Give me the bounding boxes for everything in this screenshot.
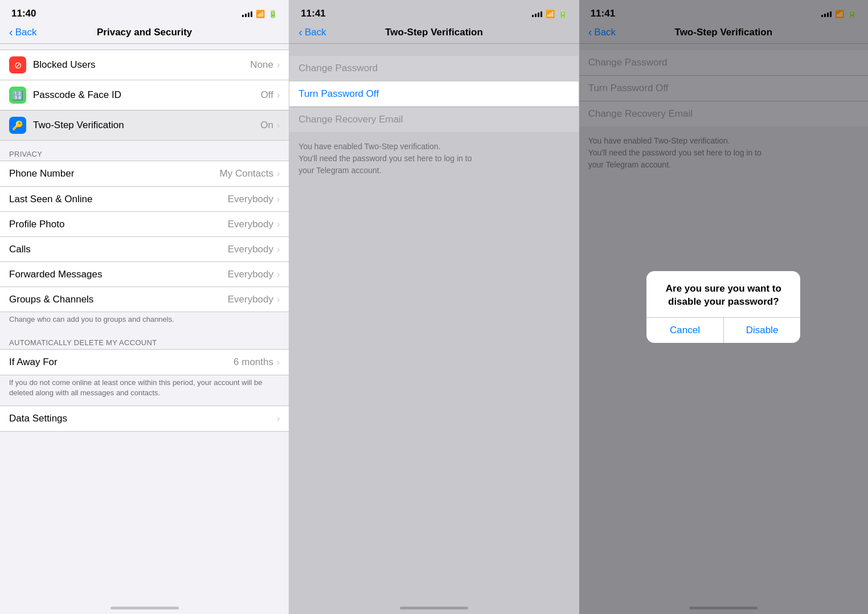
nav-title-1: Privacy and Security: [49, 27, 240, 38]
action-change-email-1[interactable]: Change Recovery Email: [289, 107, 578, 132]
profile-photo-value: Everybody: [228, 219, 273, 230]
list-item-two-step[interactable]: 🔑 Two-Step Verification On ›: [0, 110, 289, 140]
actions-list-group-1: Change Password Turn Password Off Change…: [289, 55, 578, 133]
security-list-group: ⊘ Blocked Users None › 🔢 Passcode & Face…: [0, 50, 289, 141]
wifi-icon-1: 📶: [256, 10, 265, 18]
auto-delete-header: AUTOMATICALLY DELETE MY ACCOUNT: [0, 335, 289, 349]
phone-number-chevron: ›: [277, 169, 280, 179]
last-seen-value: Everybody: [228, 194, 273, 205]
if-away-chevron: ›: [277, 357, 280, 367]
blocked-users-value: None: [250, 59, 273, 71]
list-item-profile-photo[interactable]: Profile Photo Everybody ›: [0, 211, 289, 236]
status-time-1: 11:40: [11, 8, 36, 19]
groups-channels-value: Everybody: [228, 294, 273, 305]
passcode-chevron: ›: [277, 90, 280, 100]
dialog-overlay: Are you sure you want to disable your pa…: [579, 0, 868, 614]
list-item-forwarded[interactable]: Forwarded Messages Everybody ›: [0, 261, 289, 286]
nav-bar-2: ‹ Back Two-Step Verification: [289, 24, 578, 44]
privacy-list-group: Phone Number My Contacts › Last Seen & O…: [0, 161, 289, 312]
two-step-icon: 🔑: [9, 117, 26, 134]
panel-two-step-1: 11:41 📶 🔋 ‹ Back Two-Step Verification C…: [289, 0, 578, 614]
blocked-users-label: Blocked Users: [33, 59, 250, 71]
description-text-1: You have enabled Two-Step verification.Y…: [298, 142, 472, 175]
passcode-label: Passcode & Face ID: [33, 89, 261, 101]
panel-two-step-2: 11:41 📶 🔋 ‹ Back Two-Step Verification C…: [579, 0, 868, 614]
list-item-groups-channels[interactable]: Groups & Channels Everybody ›: [0, 286, 289, 312]
list-item-data-settings[interactable]: Data Settings ›: [0, 406, 289, 431]
back-button-2[interactable]: ‹ Back: [298, 26, 338, 39]
back-label-1: Back: [15, 27, 37, 38]
list-item-calls[interactable]: Calls Everybody ›: [0, 236, 289, 261]
blocked-users-chevron: ›: [277, 60, 280, 70]
status-icons-2: 📶 🔋: [532, 10, 567, 18]
if-away-label: If Away For: [9, 357, 234, 368]
calls-value: Everybody: [228, 244, 273, 255]
panel-privacy-security: 11:40 📶 🔋 ‹ Back Privacy and Security: [0, 0, 289, 614]
change-email-label-1: Change Recovery Email: [298, 114, 403, 125]
battery-icon-1: 🔋: [268, 10, 277, 18]
forwarded-label: Forwarded Messages: [9, 269, 228, 280]
signal-icon-2: [532, 10, 542, 17]
data-settings-chevron: ›: [277, 414, 280, 424]
status-icons-1: 📶 🔋: [242, 10, 277, 18]
groups-channels-footer: Change who can add you to groups and cha…: [0, 312, 289, 329]
list-item-if-away[interactable]: If Away For 6 months ›: [0, 350, 289, 375]
nav-title-2: Two-Step Verification: [338, 27, 529, 38]
security-section: ⊘ Blocked Users None › 🔢 Passcode & Face…: [0, 50, 289, 141]
nav-bar-1: ‹ Back Privacy and Security: [0, 24, 289, 44]
list-item-blocked-users[interactable]: ⊘ Blocked Users None ›: [0, 50, 289, 80]
groups-channels-chevron: ›: [277, 294, 280, 305]
dialog-buttons: Cancel Disable: [646, 318, 800, 343]
two-step-chevron: ›: [277, 120, 280, 130]
home-indicator-1: [110, 607, 179, 609]
signal-icon-1: [242, 10, 252, 17]
back-button-1[interactable]: ‹ Back: [9, 26, 49, 39]
list-item-phone-number[interactable]: Phone Number My Contacts ›: [0, 161, 289, 186]
status-bar-2: 11:41 📶 🔋: [289, 0, 578, 24]
calls-chevron: ›: [277, 244, 280, 255]
data-settings-section: Data Settings ›: [0, 406, 289, 432]
passcode-value: Off: [261, 89, 273, 101]
auto-delete-section: AUTOMATICALLY DELETE MY ACCOUNT If Away …: [0, 335, 289, 403]
profile-photo-chevron: ›: [277, 219, 280, 230]
battery-icon-2: 🔋: [558, 10, 567, 18]
privacy-section-header: PRIVACY: [0, 146, 289, 161]
data-settings-label: Data Settings: [9, 413, 277, 424]
groups-channels-label: Groups & Channels: [9, 294, 228, 305]
action-change-password-1[interactable]: Change Password: [289, 56, 578, 81]
auto-delete-list-group: If Away For 6 months ›: [0, 349, 289, 375]
two-step-value: On: [260, 120, 273, 131]
action-turn-off-1[interactable]: Turn Password Off: [289, 81, 578, 107]
data-settings-group: Data Settings ›: [0, 406, 289, 432]
back-label-2: Back: [305, 27, 326, 38]
dialog-title: Are you sure you want to disable your pa…: [646, 271, 800, 312]
chevron-back-icon-2: ‹: [298, 26, 302, 39]
if-away-value: 6 months: [234, 357, 273, 368]
two-step-actions-1: Change Password Turn Password Off Change…: [289, 50, 578, 133]
cancel-button[interactable]: Cancel: [646, 318, 723, 343]
list-item-passcode[interactable]: 🔢 Passcode & Face ID Off ›: [0, 80, 289, 110]
chevron-back-icon-1: ‹: [9, 26, 13, 39]
wifi-icon-2: 📶: [546, 10, 555, 18]
status-time-2: 11:41: [301, 8, 325, 19]
turn-off-label-1: Turn Password Off: [298, 88, 379, 100]
blocked-users-icon: ⊘: [9, 56, 26, 73]
passcode-icon: 🔢: [9, 87, 26, 104]
phone-number-label: Phone Number: [9, 168, 220, 179]
list-item-last-seen[interactable]: Last Seen & Online Everybody ›: [0, 186, 289, 211]
privacy-section: PRIVACY Phone Number My Contacts › Last …: [0, 146, 289, 329]
forwarded-value: Everybody: [228, 269, 273, 280]
confirm-dialog: Are you sure you want to disable your pa…: [646, 271, 800, 342]
auto-delete-footer: If you do not come online at least once …: [0, 375, 289, 403]
last-seen-chevron: ›: [277, 194, 280, 204]
status-bar-1: 11:40 📶 🔋: [0, 0, 289, 24]
two-step-label: Two-Step Verification: [33, 120, 260, 131]
disable-button[interactable]: Disable: [723, 318, 801, 343]
phone-number-value: My Contacts: [220, 168, 273, 179]
last-seen-label: Last Seen & Online: [9, 194, 228, 205]
two-step-description-1: You have enabled Two-Step verification.Y…: [289, 133, 578, 185]
home-indicator-2: [400, 607, 468, 609]
calls-label: Calls: [9, 244, 228, 255]
profile-photo-label: Profile Photo: [9, 219, 228, 230]
change-password-label-1: Change Password: [298, 63, 378, 74]
